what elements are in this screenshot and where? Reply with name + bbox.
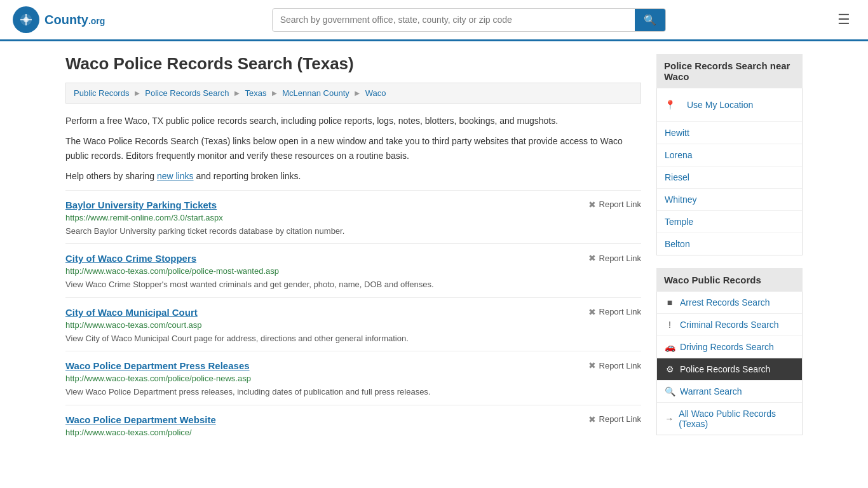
nearby-city-whitney[interactable]: Whitney — [657, 189, 802, 210]
sidebar-arrest-records: ■ Arrest Records Search — [657, 292, 802, 314]
content-area: Waco Police Records Search (Texas) Publi… — [65, 54, 641, 448]
new-links-link[interactable]: new links — [157, 171, 194, 181]
use-my-location-link[interactable]: Use My Location — [679, 94, 761, 116]
logo-text: County.org — [44, 13, 105, 27]
nearby-header: Police Records Search near Waco — [656, 54, 803, 88]
warrant-search-icon: 🔍 — [665, 386, 675, 396]
report-icon: ✖ — [588, 200, 596, 210]
report-link-button[interactable]: ✖ Report Link — [588, 307, 641, 317]
header: County.org 🔍 ☰ — [0, 0, 868, 41]
police-records-link[interactable]: ⚙ Police Records Search — [657, 358, 802, 380]
result-title[interactable]: Waco Police Department Website — [65, 414, 216, 425]
results-list: Baylor University Parking Tickets ✖ Repo… — [65, 190, 641, 446]
breadcrumb-police-records-search[interactable]: Police Records Search — [145, 88, 229, 98]
report-link-button[interactable]: ✖ Report Link — [588, 200, 641, 210]
report-link-button[interactable]: ✖ Report Link — [588, 253, 641, 263]
breadcrumb-public-records[interactable]: Public Records — [74, 88, 129, 98]
result-item: City of Waco Municipal Court ✖ Report Li… — [65, 297, 641, 351]
all-public-records-link[interactable]: → All Waco Public Records (Texas) — [657, 403, 802, 435]
arrest-records-icon: ■ — [665, 297, 675, 308]
result-desc: View City of Waco Municipal Court page f… — [65, 332, 641, 345]
result-url: http://www.waco-texas.com/police/ — [65, 428, 641, 437]
search-input[interactable] — [273, 10, 635, 30]
nearby-city-item: Lorena — [657, 144, 802, 166]
public-records-header: Waco Public Records — [656, 268, 803, 292]
criminal-records-icon: ! — [665, 320, 675, 330]
svg-point-2 — [24, 17, 29, 22]
result-title[interactable]: City of Waco Crime Stoppers — [65, 253, 196, 264]
result-title[interactable]: City of Waco Municipal Court — [65, 307, 198, 318]
criminal-records-link[interactable]: ! Criminal Records Search — [657, 314, 802, 336]
report-icon: ✖ — [588, 414, 596, 424]
breadcrumb: Public Records ► Police Records Search ►… — [65, 83, 641, 104]
search-bar: 🔍 — [272, 8, 666, 32]
description-1: Perform a free Waco, TX public police re… — [65, 114, 641, 128]
result-title[interactable]: Baylor University Parking Tickets — [65, 200, 217, 210]
location-pin-icon: 📍 — [665, 100, 675, 110]
logo-icon — [13, 6, 39, 33]
result-desc: View Waco Crime Stopper's most wanted cr… — [65, 278, 641, 291]
nearby-list: 📍 Use My Location Hewitt Lorena Riesel W… — [656, 88, 803, 255]
result-url: https://www.remit-online.com/3.0/start.a… — [65, 213, 641, 222]
breadcrumb-texas[interactable]: Texas — [245, 88, 266, 98]
sidebar-warrant-search: 🔍 Warrant Search — [657, 381, 802, 403]
report-icon: ✖ — [588, 307, 596, 317]
result-url: http://www.waco-texas.com/police/police-… — [65, 374, 641, 383]
nearby-section: Police Records Search near Waco 📍 Use My… — [656, 54, 803, 255]
public-records-list: ■ Arrest Records Search ! Criminal Recor… — [656, 292, 803, 435]
nearby-city-hewitt[interactable]: Hewitt — [657, 122, 802, 144]
report-icon: ✖ — [588, 253, 596, 263]
nearby-city-item: Hewitt — [657, 122, 802, 144]
arrest-records-link[interactable]: ■ Arrest Records Search — [657, 292, 802, 313]
sidebar: Police Records Search near Waco 📍 Use My… — [656, 54, 803, 448]
search-button[interactable]: 🔍 — [635, 9, 665, 31]
logo: County.org — [13, 6, 105, 33]
main-container: Waco Police Records Search (Texas) Publi… — [53, 41, 815, 461]
menu-button[interactable]: ☰ — [832, 9, 855, 30]
sidebar-criminal-records: ! Criminal Records Search — [657, 314, 802, 336]
breadcrumb-sep-2: ► — [233, 88, 241, 98]
nearby-city-item: Temple — [657, 211, 802, 233]
breadcrumb-sep-1: ► — [133, 88, 141, 98]
breadcrumb-mclennan-county[interactable]: McLennan County — [282, 88, 349, 98]
result-item: Waco Police Department Press Releases ✖ … — [65, 351, 641, 405]
description-2: The Waco Police Records Search (Texas) l… — [65, 134, 641, 163]
nearby-city-item: Riesel — [657, 166, 802, 189]
page-title: Waco Police Records Search (Texas) — [65, 54, 641, 74]
warrant-search-link[interactable]: 🔍 Warrant Search — [657, 381, 802, 402]
breadcrumb-waco[interactable]: Waco — [365, 88, 386, 98]
result-item: City of Waco Crime Stoppers ✖ Report Lin… — [65, 243, 641, 297]
breadcrumb-sep-4: ► — [353, 88, 362, 98]
breadcrumb-sep-3: ► — [270, 88, 278, 98]
driving-records-icon: 🚗 — [665, 342, 675, 352]
all-records-icon: → — [665, 414, 674, 424]
result-desc: Search Baylor University parking ticket … — [65, 225, 641, 238]
sidebar-police-records: ⚙ Police Records Search — [657, 358, 802, 381]
result-title[interactable]: Waco Police Department Press Releases — [65, 360, 250, 371]
result-url: http://www.waco-texas.com/police/police-… — [65, 266, 641, 276]
description-3: Help others by sharing new links and rep… — [65, 169, 641, 183]
nearby-city-riesel[interactable]: Riesel — [657, 166, 802, 188]
result-url: http://www.waco-texas.com/court.asp — [65, 320, 641, 330]
nearby-city-item: Whitney — [657, 189, 802, 211]
report-link-button[interactable]: ✖ Report Link — [588, 414, 641, 424]
sidebar-all-public-records: → All Waco Public Records (Texas) — [657, 403, 802, 435]
result-item: Baylor University Parking Tickets ✖ Repo… — [65, 190, 641, 244]
nearby-city-item: Belton — [657, 233, 802, 255]
result-desc: View Waco Police Department press releas… — [65, 386, 641, 398]
result-item: Waco Police Department Website ✖ Report … — [65, 405, 641, 446]
nearby-city-belton[interactable]: Belton — [657, 233, 802, 255]
use-location-item[interactable]: 📍 Use My Location — [657, 88, 802, 122]
nearby-city-lorena[interactable]: Lorena — [657, 144, 802, 166]
sidebar-driving-records: 🚗 Driving Records Search — [657, 336, 802, 358]
report-link-button[interactable]: ✖ Report Link — [588, 360, 641, 370]
public-records-section: Waco Public Records ■ Arrest Records Sea… — [656, 268, 803, 435]
report-icon: ✖ — [588, 360, 596, 370]
nearby-city-temple[interactable]: Temple — [657, 211, 802, 233]
police-records-icon: ⚙ — [665, 364, 675, 374]
driving-records-link[interactable]: 🚗 Driving Records Search — [657, 336, 802, 358]
